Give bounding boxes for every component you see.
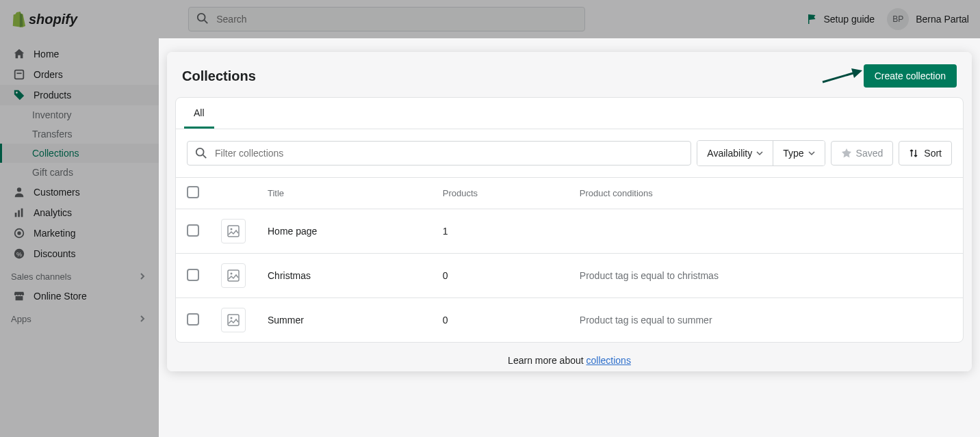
tab-all[interactable]: All [184, 98, 214, 129]
type-label: Type [783, 148, 803, 159]
filter-pill-group: Availability Type [697, 140, 825, 166]
collection-conditions [569, 209, 963, 254]
svg-point-15 [196, 148, 204, 156]
collection-title: Home page [268, 226, 317, 237]
image-icon [227, 224, 240, 238]
collection-products-count: 1 [432, 209, 569, 254]
caret-down-icon [808, 150, 815, 157]
page-title: Collections [182, 68, 256, 84]
modal-dim-overlay [0, 38, 159, 437]
sort-button[interactable]: Sort [899, 141, 952, 165]
collection-thumbnail [221, 308, 246, 332]
column-conditions: Product conditions [569, 178, 963, 209]
create-collection-button[interactable]: Create collection [864, 64, 957, 88]
svg-point-20 [231, 273, 233, 275]
saved-label: Saved [856, 148, 884, 159]
collection-thumbnail [221, 263, 246, 288]
row-checkbox[interactable] [187, 313, 199, 326]
collection-thumbnail [221, 219, 246, 243]
image-icon [227, 313, 240, 327]
footer-note: Learn more about collections [167, 343, 972, 371]
row-checkbox[interactable] [187, 224, 199, 237]
footer-prefix: Learn more about [508, 355, 586, 366]
saved-button: Saved [831, 141, 894, 165]
modal-dim-overlay [0, 0, 980, 38]
collection-conditions: Product tag is equal to christmas [569, 254, 963, 298]
type-filter[interactable]: Type [773, 141, 824, 165]
availability-label: Availability [707, 148, 752, 159]
row-checkbox[interactable] [187, 269, 199, 281]
annotation-arrow-icon [821, 68, 862, 85]
collection-title: Summer [268, 315, 304, 326]
collection-title: Christmas [268, 270, 311, 281]
table-row[interactable]: Summer0Product tag is equal to summer [176, 298, 963, 343]
search-icon [195, 147, 207, 159]
availability-filter[interactable]: Availability [697, 141, 773, 165]
svg-point-18 [231, 228, 233, 230]
tabs: All [176, 98, 963, 129]
collections-table: Title Products Product conditions Home p… [176, 178, 963, 342]
collections-help-link[interactable]: collections [586, 355, 631, 366]
content-area: Collections Create collection All [159, 38, 980, 437]
collection-products-count: 0 [432, 298, 569, 343]
select-all-checkbox[interactable] [187, 186, 199, 198]
sort-label: Sort [924, 148, 942, 159]
column-products: Products [432, 178, 569, 209]
svg-point-22 [231, 317, 233, 319]
table-row[interactable]: Home page1 [176, 209, 963, 254]
collections-card: All Availability [175, 97, 964, 343]
sort-icon [909, 148, 918, 158]
svg-line-13 [823, 72, 855, 82]
filter-collections-input[interactable] [187, 141, 691, 165]
image-icon [227, 269, 240, 282]
collections-panel: Collections Create collection All [167, 52, 972, 371]
filters-row: Availability Type Saved [176, 129, 963, 178]
column-title: Title [257, 178, 432, 209]
collection-conditions: Product tag is equal to summer [569, 298, 963, 343]
caret-down-icon [756, 150, 763, 157]
star-icon [841, 148, 852, 159]
table-row[interactable]: Christmas0Product tag is equal to christ… [176, 254, 963, 298]
svg-line-16 [203, 155, 207, 159]
svg-marker-14 [851, 68, 862, 78]
collection-products-count: 0 [432, 254, 569, 298]
